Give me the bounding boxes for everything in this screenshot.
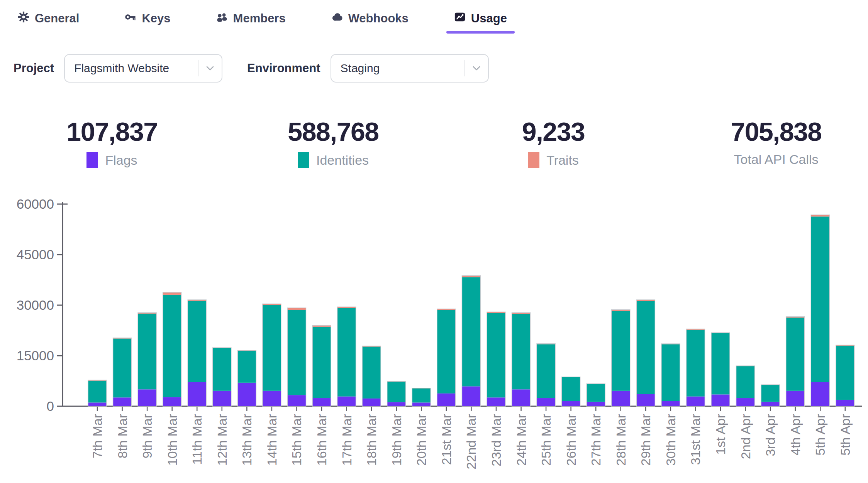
bar-segment-identities <box>312 327 331 398</box>
filters-row: Project Flagsmith Website Environment St… <box>14 54 489 83</box>
tab-webhooks[interactable]: Webhooks <box>331 11 409 26</box>
chart-icon <box>454 11 466 26</box>
bar-segment-identities <box>612 311 630 391</box>
project-select[interactable]: Flagsmith Website <box>64 54 222 83</box>
bar-segment-traits <box>287 308 306 310</box>
x-tick-label: 21st Mar <box>439 414 454 465</box>
x-tick-label: 25th Mar <box>539 414 553 466</box>
bar-segment-flags <box>138 389 156 406</box>
bar-segment-identities <box>412 388 431 403</box>
bar-segment-flags <box>587 402 605 406</box>
usage-chart-area: 0150003000045000600007th Mar8th Mar9th M… <box>0 185 868 483</box>
bar-segment-flags <box>512 389 531 406</box>
bar-segment-flags <box>362 399 381 406</box>
bar-segment-flags <box>387 402 406 406</box>
bar-segment-identities <box>437 310 456 393</box>
environment-select-value: Staging <box>331 62 465 75</box>
x-tick-label: 5th Apr <box>813 414 827 456</box>
tab-label: Members <box>233 12 286 25</box>
bar-segment-identities <box>711 333 730 394</box>
usage-page: General Keys Members Webhooks <box>0 0 868 483</box>
bar-segment-identities <box>387 382 406 402</box>
bar-segment-flags <box>537 398 555 406</box>
bar-segment-flags <box>686 397 705 406</box>
x-tick-label: 13th Mar <box>239 414 254 466</box>
x-tick-label: 1st Apr <box>713 414 728 455</box>
x-tick-label: 23rd Mar <box>489 414 504 466</box>
chevron-down-icon <box>198 66 222 71</box>
bar-segment-flags <box>661 401 680 406</box>
legend-label: Total API Calls <box>734 152 818 167</box>
traits-swatch <box>528 152 539 168</box>
settings-tabs: General Keys Members Webhooks <box>18 10 507 27</box>
bar-segment-identities <box>113 338 132 397</box>
bar-segment-flags <box>487 397 505 406</box>
y-tick-label: 45000 <box>17 247 54 262</box>
x-tick-label: 30th Mar <box>663 414 678 466</box>
bar-segment-flags <box>287 395 306 406</box>
bar-segment-traits <box>163 292 181 295</box>
y-tick-label: 30000 <box>17 297 54 312</box>
x-tick-label: 11th Mar <box>190 414 204 465</box>
bar-segment-identities <box>487 313 505 397</box>
members-icon <box>216 11 228 26</box>
x-tick-label: 27th Mar <box>588 414 603 466</box>
x-tick-label: 19th Mar <box>389 414 404 466</box>
x-tick-label: 16th Mar <box>314 414 329 466</box>
bar-segment-flags <box>711 394 730 406</box>
x-tick-label: 31st Mar <box>688 414 703 465</box>
bar-segment-flags <box>312 398 331 406</box>
bar-segment-flags <box>412 402 431 406</box>
environment-select[interactable]: Staging <box>331 54 489 83</box>
tab-members[interactable]: Members <box>216 11 286 26</box>
bar-segment-flags <box>237 383 256 406</box>
bar-segment-flags <box>786 391 805 406</box>
identities-swatch <box>298 152 309 168</box>
bar-segment-flags <box>761 402 780 406</box>
bar-segment-identities <box>811 216 829 382</box>
gear-icon <box>18 11 29 26</box>
stat-value: 705,838 <box>680 117 868 147</box>
stat-total-api-calls: 705,838 Total API Calls <box>680 117 868 167</box>
bar-segment-identities <box>213 348 231 391</box>
usage-chart: 0150003000045000600007th Mar8th Mar9th M… <box>0 185 868 483</box>
bar-segment-flags <box>213 391 231 406</box>
project-label: Project <box>14 61 54 75</box>
bar-segment-identities <box>587 384 605 402</box>
bar-segment-flags <box>263 391 281 406</box>
y-tick-label: 60000 <box>17 196 54 211</box>
bar-segment-flags <box>736 398 755 406</box>
bar-segment-identities <box>736 366 755 398</box>
tab-general[interactable]: General <box>18 11 79 26</box>
x-tick-label: 24th Mar <box>514 414 529 466</box>
flags-swatch <box>86 152 98 168</box>
x-tick-label: 4th Apr <box>788 414 803 456</box>
x-tick-label: 3rd Apr <box>763 414 778 456</box>
project-select-value: Flagsmith Website <box>65 62 198 75</box>
bar-segment-flags <box>337 397 356 406</box>
bar-segment-flags <box>163 397 181 406</box>
x-tick-label: 29th Mar <box>638 414 653 466</box>
tab-keys[interactable]: Keys <box>125 11 170 26</box>
legend-label: Identities <box>316 153 369 168</box>
bar-segment-flags <box>612 391 630 406</box>
x-tick-label: 14th Mar <box>264 414 279 466</box>
x-tick-label: 17th Mar <box>339 414 354 466</box>
bar-segment-identities <box>138 314 156 390</box>
bar-segment-identities <box>686 330 705 397</box>
legend-identities: Identities <box>237 152 430 168</box>
bar-segment-identities <box>661 344 680 401</box>
bar-segment-flags <box>188 382 206 406</box>
tab-label: Webhooks <box>348 12 409 25</box>
legend-flags: Flags <box>15 152 209 168</box>
legend-label: Flags <box>105 153 137 168</box>
bar-segment-flags <box>113 397 132 406</box>
bar-segment-identities <box>836 346 854 400</box>
bar-segment-flags <box>562 401 580 406</box>
bar-segment-identities <box>462 277 480 387</box>
cloud-icon <box>331 11 343 26</box>
bar-segment-identities <box>537 344 555 398</box>
tab-usage[interactable]: Usage <box>454 11 507 26</box>
bar-segment-identities <box>263 305 281 391</box>
bar-segment-identities <box>362 346 381 398</box>
